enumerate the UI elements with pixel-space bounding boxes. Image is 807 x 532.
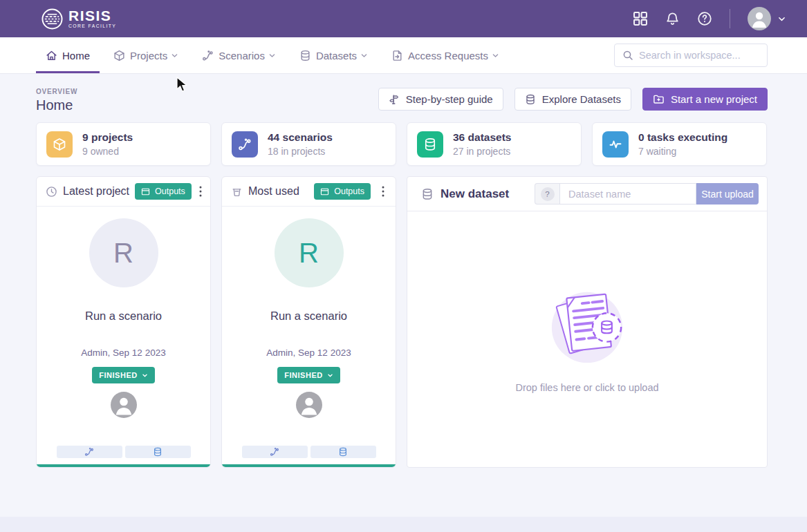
stat-subtitle: 7 waiting: [638, 146, 727, 157]
datasets-count-pill[interactable]: [310, 446, 376, 458]
kebab-menu-icon[interactable]: [376, 182, 390, 200]
stats-row: 9 projects 9 owned 44 scenarios 18 in pr…: [36, 122, 768, 166]
cube-icon: [46, 131, 73, 158]
search-input[interactable]: [639, 50, 768, 61]
workspace-search[interactable]: [614, 44, 768, 67]
start-upload-button[interactable]: Start upload: [696, 183, 759, 205]
outputs-button[interactable]: Outputs: [135, 183, 192, 200]
start-new-project-button[interactable]: Start a new project: [642, 88, 768, 111]
database-icon: [299, 50, 311, 61]
page-title: Home: [36, 97, 77, 113]
nav-item-scenarios[interactable]: Scenarios: [198, 37, 280, 73]
project-initial: R: [299, 238, 319, 269]
project-meta: Admin, Sep 12 2023: [37, 348, 210, 358]
nav-label: Home: [62, 50, 90, 61]
folder-plus-icon: [653, 93, 665, 105]
kebab-menu-icon[interactable]: [197, 182, 205, 200]
footer-strip: [0, 517, 807, 532]
button-label: Step-by-step guide: [406, 93, 493, 105]
upload-documents-illustration: [546, 285, 628, 367]
datasets-count-pill[interactable]: [125, 446, 191, 458]
page-header: OVERVIEW Home Step-by-step guide: [36, 88, 768, 113]
nav-item-projects[interactable]: Projects: [109, 37, 183, 73]
member-avatar[interactable]: [296, 392, 322, 418]
scenario-icon: [232, 131, 258, 158]
scenarios-count-pill[interactable]: [57, 446, 122, 458]
help-icon[interactable]: [697, 11, 712, 26]
project-name-link[interactable]: Run a scenario: [222, 310, 396, 323]
stat-card-scenarios[interactable]: 44 scenarios 18 in projects: [221, 122, 396, 166]
chevron-down-icon: [268, 52, 276, 59]
latest-project-card: Latest project Outputs: [36, 176, 211, 468]
stat-card-projects[interactable]: 9 projects 9 owned: [36, 122, 211, 166]
user-avatar[interactable]: [748, 7, 771, 30]
stat-value: 36 datasets: [453, 131, 511, 144]
member-avatar[interactable]: [111, 392, 137, 418]
card-title: Latest project: [63, 185, 129, 198]
most-used-card: Most used Outputs: [221, 176, 396, 468]
scenarios-count-pill[interactable]: [242, 446, 308, 458]
nav-label: Projects: [130, 50, 167, 61]
question-mark-icon: ?: [541, 187, 555, 201]
status-label: FINISHED: [284, 371, 322, 379]
new-dataset-panel: New dataset ? Start upload: [407, 176, 768, 468]
nav-item-access-requests[interactable]: Access Requests: [387, 37, 503, 73]
drop-files-text: Drop files here or click to upload: [515, 382, 658, 393]
stat-card-tasks[interactable]: 0 tasks executing 7 waiting: [592, 122, 767, 166]
project-initial-avatar[interactable]: R: [89, 218, 158, 287]
dataset-help-button[interactable]: ?: [535, 183, 559, 205]
top-app-bar: RISIS CORE FACILITY: [0, 0, 807, 37]
stat-card-datasets[interactable]: 36 datasets 27 in projects: [407, 122, 582, 166]
project-initial-avatar[interactable]: R: [275, 218, 344, 287]
card-title: Most used: [248, 185, 299, 198]
outputs-button[interactable]: Outputs: [314, 183, 371, 200]
risis-logo[interactable]: RISIS CORE FACILITY: [41, 8, 116, 30]
chevron-down-icon: [777, 15, 786, 23]
window-icon: [320, 187, 329, 196]
stat-subtitle: 27 in projects: [453, 146, 511, 157]
user-menu[interactable]: [748, 7, 786, 30]
status-dropdown[interactable]: FINISHED: [92, 367, 154, 383]
chevron-down-icon: [327, 372, 333, 379]
step-by-step-guide-button[interactable]: Step-by-step guide: [378, 88, 503, 111]
file-drop-zone[interactable]: Drop files here or click to upload: [407, 211, 767, 467]
stat-subtitle: 18 in projects: [268, 146, 333, 157]
panel-title: New dataset: [440, 187, 509, 201]
button-label: Explore Datasets: [542, 93, 621, 105]
explore-datasets-button[interactable]: Explore Datasets: [514, 88, 631, 111]
dataset-upload-group: ? Start upload: [535, 183, 759, 205]
stat-value: 0 tasks executing: [638, 131, 727, 144]
chevron-down-icon: [492, 52, 499, 59]
status-label: FINISHED: [99, 371, 137, 379]
window-icon: [141, 187, 150, 196]
dataset-name-input[interactable]: [559, 183, 696, 205]
project-meta: Admin, Sep 12 2023: [222, 348, 396, 358]
database-icon: [421, 188, 434, 200]
apps-grid-icon[interactable]: [633, 11, 648, 26]
button-label: Outputs: [155, 187, 185, 196]
topbar-divider: [730, 9, 730, 28]
nav-label: Datasets: [316, 50, 357, 61]
project-name-link[interactable]: Run a scenario: [37, 310, 210, 323]
signpost-icon: [389, 94, 400, 105]
status-dropdown[interactable]: FINISHED: [277, 367, 340, 383]
pulse-icon: [602, 131, 629, 158]
database-icon: [525, 94, 536, 105]
database-icon: [417, 131, 443, 158]
file-request-icon: [391, 50, 403, 61]
nav-label: Scenarios: [219, 50, 265, 61]
globe-logo-icon: [41, 8, 63, 30]
bell-icon[interactable]: [665, 12, 680, 26]
logo-subtitle: CORE FACILITY: [68, 24, 116, 29]
button-label: Outputs: [334, 187, 364, 196]
search-icon: [622, 50, 633, 61]
nav-item-home[interactable]: Home: [41, 37, 94, 73]
chevron-down-icon: [171, 52, 178, 59]
nav-item-datasets[interactable]: Datasets: [295, 37, 372, 73]
cube-icon: [113, 50, 125, 61]
logo-title: RISIS: [68, 8, 116, 23]
stat-subtitle: 9 owned: [82, 146, 133, 157]
breadcrumb-kicker: OVERVIEW: [36, 88, 77, 95]
scenario-icon: [202, 50, 214, 61]
nav-label: Access Requests: [408, 50, 488, 61]
